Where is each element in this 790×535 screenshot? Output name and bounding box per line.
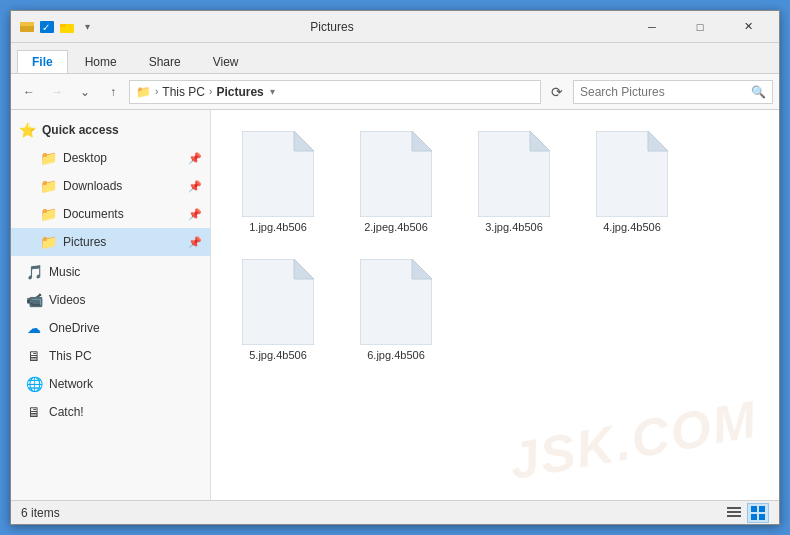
svg-marker-15 [294, 259, 314, 279]
view-toggle [723, 503, 769, 523]
maximize-button[interactable]: □ [677, 11, 723, 43]
svg-rect-20 [727, 515, 741, 517]
svg-rect-23 [751, 514, 757, 520]
sidebar-item-documents[interactable]: 📁 Documents 📌 [11, 200, 210, 228]
pictures-folder-icon: 📁 [39, 233, 57, 251]
window-title: Pictures [35, 20, 629, 34]
file-item-2[interactable]: 2.jpeg.4b506 [341, 122, 451, 242]
file-icon-2 [360, 131, 432, 217]
onedrive-icon: ☁ [25, 319, 43, 337]
downloads-folder-icon: 📁 [39, 177, 57, 195]
title-bar: ✓ ▾ Pictures ─ □ ✕ [11, 11, 779, 43]
file-name-6: 6.jpg.4b506 [367, 349, 425, 361]
path-home-icon: 📁 [136, 85, 151, 99]
tab-file[interactable]: File [17, 50, 68, 73]
pin-icon-downloads: 📌 [188, 180, 202, 193]
pin-icon-pictures: 📌 [188, 236, 202, 249]
pin-icon-documents: 📌 [188, 208, 202, 221]
address-path[interactable]: 📁 › This PC › Pictures ▾ [129, 80, 541, 104]
ribbon: File Home Share View [11, 43, 779, 74]
pictures-label: Pictures [63, 235, 106, 249]
sidebar-item-this-pc[interactable]: 🖥 This PC [11, 342, 210, 370]
path-this-pc[interactable]: This PC [162, 85, 205, 99]
desktop-label: Desktop [63, 151, 107, 165]
file-name-2: 2.jpeg.4b506 [364, 221, 428, 233]
search-icon: 🔍 [751, 85, 766, 99]
watermark: JSK.COM [505, 389, 763, 492]
items-count: 6 items [21, 506, 60, 520]
music-icon: 🎵 [25, 263, 43, 281]
sidebar-item-videos[interactable]: 📹 Videos [11, 286, 210, 314]
recent-button[interactable]: ⌄ [73, 80, 97, 104]
network-icon: 🌐 [25, 375, 43, 393]
search-input[interactable] [580, 85, 751, 99]
downloads-label: Downloads [63, 179, 122, 193]
desktop-folder-icon: 📁 [39, 149, 57, 167]
file-item-5[interactable]: 5.jpg.4b506 [223, 250, 333, 370]
svg-rect-19 [727, 511, 741, 513]
catch-icon: 🖥 [25, 403, 43, 421]
sidebar-item-network[interactable]: 🌐 Network [11, 370, 210, 398]
catch-label: Catch! [49, 405, 84, 419]
explorer-window: ✓ ▾ Pictures ─ □ ✕ File Home Share View … [10, 10, 780, 525]
file-name-5: 5.jpg.4b506 [249, 349, 307, 361]
svg-marker-17 [412, 259, 432, 279]
file-name-1: 1.jpg.4b506 [249, 221, 307, 233]
this-pc-icon: 🖥 [25, 347, 43, 365]
search-box[interactable]: 🔍 [573, 80, 773, 104]
forward-button[interactable]: → [45, 80, 69, 104]
svg-rect-24 [759, 514, 765, 520]
file-icon-1 [242, 131, 314, 217]
file-name-3: 3.jpg.4b506 [485, 221, 543, 233]
music-label: Music [49, 265, 80, 279]
large-icons-view-button[interactable] [747, 503, 769, 523]
tab-share[interactable]: Share [134, 50, 196, 73]
documents-label: Documents [63, 207, 124, 221]
list-view-button[interactable] [723, 503, 745, 523]
up-button[interactable]: ↑ [101, 80, 125, 104]
tab-home[interactable]: Home [70, 50, 132, 73]
sidebar: ⭐ Quick access 📁 Desktop 📌 📁 Downloads 📌… [11, 110, 211, 500]
sidebar-item-desktop[interactable]: 📁 Desktop 📌 [11, 144, 210, 172]
sidebar-item-pictures[interactable]: 📁 Pictures 📌 [11, 228, 210, 256]
quick-access-label: Quick access [42, 123, 119, 137]
file-icon-5 [242, 259, 314, 345]
videos-label: Videos [49, 293, 85, 307]
star-icon: ⭐ [19, 122, 36, 138]
close-button[interactable]: ✕ [725, 11, 771, 43]
pin-icon-desktop: 📌 [188, 152, 202, 165]
status-bar: 6 items [11, 500, 779, 524]
path-pictures[interactable]: Pictures [216, 85, 263, 99]
main-content: ⭐ Quick access 📁 Desktop 📌 📁 Downloads 📌… [11, 110, 779, 500]
svg-marker-9 [412, 131, 432, 151]
svg-rect-18 [727, 507, 741, 509]
qat-icon-1[interactable] [19, 19, 35, 35]
sidebar-item-quick-access[interactable]: ⭐ Quick access [11, 116, 210, 144]
file-area: JSK.COM 1.jpg.4b506 [211, 110, 779, 500]
path-chevron-2: › [209, 86, 212, 97]
svg-rect-21 [751, 506, 757, 512]
window-controls: ─ □ ✕ [629, 11, 771, 43]
svg-rect-1 [20, 22, 34, 26]
sidebar-item-catch[interactable]: 🖥 Catch! [11, 398, 210, 426]
file-icon-3 [478, 131, 550, 217]
file-item-4[interactable]: 4.jpg.4b506 [577, 122, 687, 242]
svg-marker-13 [648, 131, 668, 151]
sidebar-item-music[interactable]: 🎵 Music [11, 258, 210, 286]
network-label: Network [49, 377, 93, 391]
path-chevron-1: › [155, 86, 158, 97]
sidebar-item-onedrive[interactable]: ☁ OneDrive [11, 314, 210, 342]
quick-access-section: ⭐ Quick access 📁 Desktop 📌 📁 Downloads 📌… [11, 114, 210, 258]
path-dropdown-icon[interactable]: ▾ [270, 86, 275, 97]
file-item-3[interactable]: 3.jpg.4b506 [459, 122, 569, 242]
file-item-1[interactable]: 1.jpg.4b506 [223, 122, 333, 242]
sidebar-item-downloads[interactable]: 📁 Downloads 📌 [11, 172, 210, 200]
tab-view[interactable]: View [198, 50, 254, 73]
file-icon-6 [360, 259, 432, 345]
minimize-button[interactable]: ─ [629, 11, 675, 43]
file-item-6[interactable]: 6.jpg.4b506 [341, 250, 451, 370]
videos-icon: 📹 [25, 291, 43, 309]
back-button[interactable]: ← [17, 80, 41, 104]
file-name-4: 4.jpg.4b506 [603, 221, 661, 233]
refresh-button[interactable]: ⟳ [545, 80, 569, 104]
